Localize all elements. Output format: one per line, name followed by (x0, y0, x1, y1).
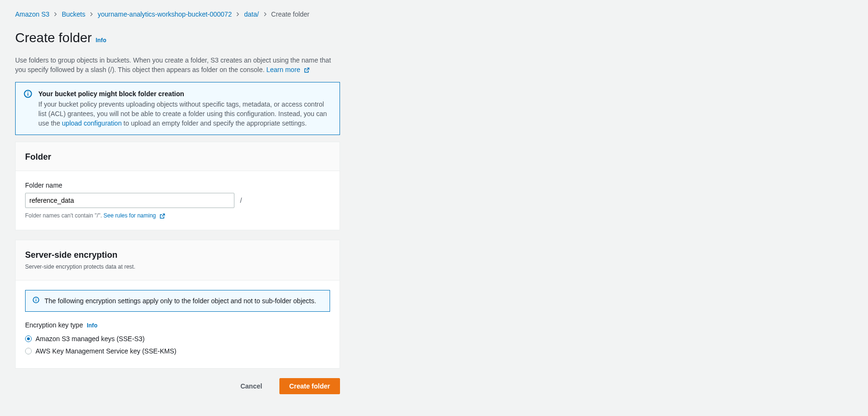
folder-name-hint-text: Folder names can't contain "/". (25, 212, 104, 219)
info-circle-icon (23, 89, 33, 128)
footer-actions: Cancel Create folder (15, 378, 340, 394)
svg-rect-5 (36, 298, 36, 298)
breadcrumb: Amazon S3 Buckets yourname-analytics-wor… (15, 9, 853, 19)
radio-option-sse-s3[interactable]: Amazon S3 managed keys (SSE-S3) (25, 334, 330, 344)
external-link-icon (304, 67, 310, 73)
chevron-right-icon (89, 12, 94, 17)
encryption-panel-heading: Server-side encryption (25, 250, 330, 260)
folder-name-label: Folder name (25, 181, 330, 190)
breadcrumb-link-bucket[interactable]: yourname-analytics-workshop-bucket-00007… (98, 9, 232, 19)
svg-rect-4 (36, 299, 36, 302)
breadcrumb-link-buckets[interactable]: Buckets (62, 9, 85, 19)
folder-name-input[interactable] (25, 193, 234, 208)
alert-body: If your bucket policy prevents uploading… (38, 99, 332, 128)
folder-name-slash: / (240, 196, 242, 205)
encryption-scope-alert: The following encryption settings apply … (25, 290, 330, 312)
policy-warning-alert: Your bucket policy might block folder cr… (15, 82, 340, 135)
folder-panel: Folder Folder name / Folder names can't … (15, 142, 340, 230)
encryption-panel-header: Server-side encryption Server-side encry… (16, 240, 340, 280)
page-description: Use folders to group objects in buckets.… (15, 55, 340, 74)
page-title: Create folder Info (15, 29, 853, 49)
alert-title: Your bucket policy might block folder cr… (38, 89, 332, 99)
upload-configuration-link[interactable]: upload configuration (62, 119, 122, 127)
folder-name-hint: Folder names can't contain "/". See rule… (25, 211, 330, 220)
naming-rules-link[interactable]: See rules for naming (104, 212, 165, 219)
breadcrumb-link-prefix[interactable]: data/ (244, 9, 259, 19)
breadcrumb-link-s3[interactable]: Amazon S3 (15, 9, 49, 19)
svg-rect-1 (27, 93, 28, 96)
naming-rules-text: See rules for naming (104, 212, 156, 219)
encryption-panel: Server-side encryption Server-side encry… (15, 240, 340, 369)
radio-label: Amazon S3 managed keys (SSE-S3) (36, 334, 144, 344)
breadcrumb-current: Create folder (271, 9, 310, 19)
create-folder-button[interactable]: Create folder (279, 378, 340, 394)
encryption-key-type-info-link[interactable]: Info (87, 321, 98, 330)
chevron-right-icon (53, 12, 58, 17)
radio-icon (25, 348, 32, 354)
svg-rect-2 (27, 91, 28, 92)
chevron-right-icon (235, 12, 240, 17)
page-info-link[interactable]: Info (96, 32, 107, 49)
folder-panel-header: Folder (16, 142, 340, 171)
radio-option-sse-kms[interactable]: AWS Key Management Service key (SSE-KMS) (25, 346, 330, 356)
folder-panel-heading: Folder (25, 152, 330, 162)
chevron-right-icon (263, 12, 268, 17)
page-title-text: Create folder (15, 29, 92, 46)
cancel-button[interactable]: Cancel (231, 379, 272, 394)
encryption-key-type-label: Encryption key type (25, 320, 83, 330)
external-link-icon (160, 213, 165, 219)
encryption-panel-sub: Server-side encryption protects data at … (25, 262, 330, 271)
radio-label: AWS Key Management Service key (SSE-KMS) (36, 346, 176, 356)
alert-body-post: to upload an empty folder and specify th… (124, 119, 307, 127)
info-circle-icon (32, 296, 40, 304)
learn-more-text: Learn more (266, 66, 300, 73)
encryption-scope-text: The following encryption settings apply … (45, 296, 316, 306)
learn-more-link[interactable]: Learn more (266, 66, 309, 73)
radio-icon (25, 335, 32, 342)
